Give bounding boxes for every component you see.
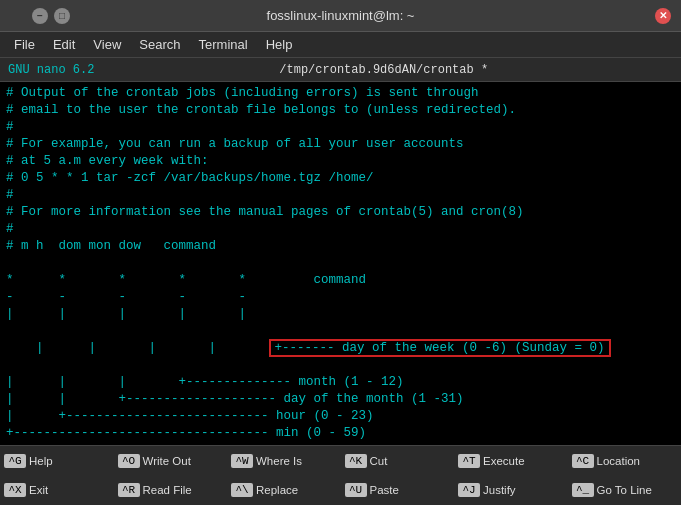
editor-line-15: | | | | +------- day of the week (0 -6) … [6,323,675,374]
editor-line-13: - - - - - [6,289,675,306]
editor-line-17: | | +-------------------- day of the mon… [6,391,675,408]
cmd-label-execute: Execute [483,455,525,467]
close-button[interactable]: ✕ [655,8,671,24]
editor-line-18: | +--------------------------- hour (0 -… [6,408,675,425]
cmd-key-cut: ^K [345,454,367,468]
menu-help[interactable]: Help [258,35,301,54]
nano-info-bar: GNU nano 6.2 /tmp/crontab.9d6dAN/crontab… [0,58,681,82]
editor-line-1: # Output of the crontab jobs (including … [6,85,675,102]
menu-view[interactable]: View [85,35,129,54]
cmd-key-whereis: ^W [231,454,253,468]
cmd-replace[interactable]: ^\ Replace [227,476,341,506]
nano-version: GNU nano 6.2 [8,63,94,77]
cmd-key-writeout: ^O [118,454,140,468]
cmd-key-execute: ^T [458,454,480,468]
cmd-label-help: Help [29,455,53,467]
cmd-label-cut: Cut [370,455,388,467]
cmd-label-gotoline: Go To Line [597,484,652,496]
cmd-writeout[interactable]: ^O Write Out [114,446,228,476]
cmd-key-justify: ^J [458,483,480,497]
cmd-exit[interactable]: ^X Exit [0,476,114,506]
editor-line-7: # [6,187,675,204]
menu-search[interactable]: Search [131,35,188,54]
cmd-label-paste: Paste [370,484,399,496]
cmd-label-replace: Replace [256,484,298,496]
cmd-key-readfile: ^R [118,483,140,497]
menu-file[interactable]: File [6,35,43,54]
title-bar: − □ fosslinux-linuxmint@lm: ~ ✕ [0,0,681,32]
editor-line-5: # at 5 a.m every week with: [6,153,675,170]
cmd-location[interactable]: ^C Location [568,446,682,476]
editor-line-9: # [6,221,675,238]
cmd-help[interactable]: ^G Help [0,446,114,476]
editor-line-10: # m h dom mon dow command [6,238,675,255]
nano-filename: /tmp/crontab.9d6dAN/crontab * [94,63,673,77]
cmd-label-readfile: Read File [143,484,192,496]
maximize-button[interactable]: □ [54,8,70,24]
cmd-key-exit: ^X [4,483,26,497]
cmd-justify[interactable]: ^J Justify [454,476,568,506]
cmd-label-writeout: Write Out [143,455,191,467]
cmd-key-gotoline: ^_ [572,483,594,497]
cmd-cut[interactable]: ^K Cut [341,446,455,476]
editor-line-16: | | | +-------------- month (1 - 12) [6,374,675,391]
menu-terminal[interactable]: Terminal [191,35,256,54]
editor-line-14: | | | | | [6,306,675,323]
cmd-execute[interactable]: ^T Execute [454,446,568,476]
editor-line-4: # For example, you can run a backup of a… [6,136,675,153]
cmd-paste[interactable]: ^U Paste [341,476,455,506]
editor-line-2: # email to the user the crontab file bel… [6,102,675,119]
cmd-key-help: ^G [4,454,26,468]
cmd-label-whereis: Where Is [256,455,302,467]
cmd-key-replace: ^\ [231,483,253,497]
cmd-key-location: ^C [572,454,594,468]
bottom-bar: ^G Help ^O Write Out ^W Where Is ^K Cut … [0,445,681,505]
cmd-label-justify: Justify [483,484,516,496]
editor-line-19: +---------------------------------- min … [6,425,675,442]
minimize-button[interactable]: − [32,8,48,24]
editor-line-6: # 0 5 * * 1 tar -zcf /var/backups/home.t… [6,170,675,187]
editor-line-11 [6,255,675,272]
cmd-readfile[interactable]: ^R Read File [114,476,228,506]
menu-edit[interactable]: Edit [45,35,83,54]
editor-line-3: # [6,119,675,136]
editor-line-12: * * * * * command [6,272,675,289]
cmd-label-location: Location [597,455,640,467]
menu-bar: File Edit View Search Terminal Help [0,32,681,58]
cmd-whereis[interactable]: ^W Where Is [227,446,341,476]
cmd-gotoline[interactable]: ^_ Go To Line [568,476,682,506]
window-title: fosslinux-linuxmint@lm: ~ [70,8,611,23]
editor-area[interactable]: # Output of the crontab jobs (including … [0,82,681,445]
cmd-key-paste: ^U [345,483,367,497]
editor-line-8: # For more information see the manual pa… [6,204,675,221]
cmd-label-exit: Exit [29,484,48,496]
